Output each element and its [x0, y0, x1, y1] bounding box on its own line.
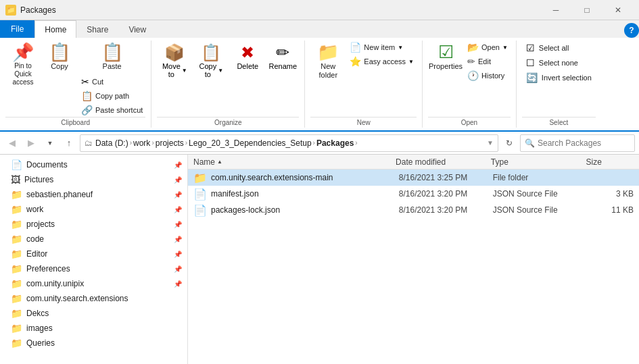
rename-button[interactable]: ✏ Rename [266, 41, 299, 72]
clipboard-small-stack: ✂ Cut 📋 Copy path 🔗 Paste shortcut [78, 75, 145, 117]
back-button[interactable]: ◀ [4, 135, 20, 151]
col-header-size[interactable]: Size [586, 157, 634, 167]
col-header-type[interactable]: Type [491, 157, 586, 167]
select-all-icon: ☑ [526, 43, 535, 53]
pin-to-quick-access-button[interactable]: 📌 Pin to Quick access [5, 41, 41, 88]
sidebar-resize-handle[interactable] [185, 155, 187, 364]
new-stack: 📄 New item ▼ ⭐ Easy access ▼ [347, 41, 417, 68]
breadcrumb-sep-2: › [185, 139, 187, 147]
folder-icon-sebastien: 📁 [11, 189, 22, 200]
breadcrumb-work[interactable]: work [133, 138, 150, 148]
new-item-button[interactable]: 📄 New item ▼ [347, 41, 417, 54]
select-buttons: ☑ Select all ☐ Select none 🔄 Invert sele… [522, 41, 596, 117]
open-button[interactable]: 📂 Open ▼ [465, 41, 511, 54]
sidebar-item-documents[interactable]: 📄 Documents 📌 [0, 157, 187, 172]
invert-icon: 🔄 [526, 72, 538, 83]
tab-file[interactable]: File [0, 20, 34, 38]
search-box[interactable]: 🔍 [520, 134, 635, 152]
move-to-button[interactable]: 📦 Moveto ▼ [157, 41, 192, 80]
table-row[interactable]: 📄 manifest.json 8/16/2021 3:20 PM JSON S… [188, 186, 639, 202]
sidebar-item-documents-label: Documents [26, 160, 170, 170]
maximize-button[interactable]: □ [571, 0, 602, 20]
col-header-name[interactable]: Name ▲ [193, 157, 396, 167]
open-buttons: ☑ Properties 📂 Open ▼ ✏ Edit 🕐 History [428, 41, 511, 117]
sidebar-item-code-label: code [26, 234, 170, 244]
copy-to-icon: 📋 [201, 43, 221, 62]
organize-group-label: Organize [157, 117, 299, 128]
refresh-button[interactable]: ↻ [501, 135, 517, 151]
history-icon: 🕐 [467, 70, 479, 81]
folder-icon-code: 📁 [11, 234, 22, 244]
properties-button[interactable]: ☑ Properties [428, 41, 463, 81]
table-row[interactable]: 📄 packages-lock.json 8/16/2021 3:20 PM J… [188, 202, 639, 218]
delete-icon: ✖ [241, 43, 254, 62]
ribbon-group-organize: 📦 Moveto ▼ 📋 Copyto ▼ ✖ Delete ✏ Rename … [151, 41, 305, 128]
new-folder-button[interactable]: 📁 Newfolder [310, 41, 346, 81]
minimize-button[interactable]: ─ [540, 0, 571, 20]
select-none-button[interactable]: ☐ Select none [522, 55, 596, 70]
copy-to-button[interactable]: 📋 Copyto ▼ [193, 41, 229, 80]
copy-path-icon: 📋 [81, 90, 93, 101]
sidebar-item-sebastien[interactable]: 📁 sebastien.phaneuf 📌 [0, 187, 187, 202]
pin-icon-4: 📌 [174, 221, 182, 228]
window-title: Packages [20, 5, 56, 15]
file-row-name-1: manifest.json [211, 189, 399, 199]
clipboard-buttons: 📌 Pin to Quick access 📋 Copy 📋 Paste ✂ C… [5, 41, 145, 117]
address-dropdown-arrow[interactable]: ▼ [487, 139, 494, 147]
breadcrumb-projects[interactable]: projects [156, 138, 184, 148]
pin-icon-5: 📌 [174, 236, 182, 243]
breadcrumb-packages[interactable]: Packages [316, 138, 354, 148]
history-button[interactable]: 🕐 History [465, 69, 511, 82]
copy-path-button[interactable]: 📋 Copy path [78, 89, 145, 103]
tab-view[interactable]: View [118, 20, 156, 38]
new-item-label: New item [364, 43, 395, 51]
sidebar-item-projects[interactable]: 📁 projects 📌 [0, 217, 187, 232]
edit-button[interactable]: ✏ Edit [465, 55, 511, 68]
search-input[interactable] [538, 138, 625, 148]
properties-icon: ☑ [438, 43, 454, 61]
tab-share[interactable]: Share [76, 20, 118, 38]
address-bar-left-icon: 🗂 [85, 138, 93, 148]
close-button[interactable]: ✕ [602, 0, 634, 20]
sidebar-item-images[interactable]: 📁 images [0, 321, 187, 336]
sidebar-item-com-unity-unipix[interactable]: 📁 com.unity.unipix 📌 [0, 276, 187, 291]
pin-icon-1: 📌 [174, 176, 182, 184]
sidebar-item-dekcs[interactable]: 📁 Dekcs [0, 306, 187, 321]
sidebar-item-preferences[interactable]: 📁 Preferences 📌 [0, 261, 187, 276]
paste-button[interactable]: 📋 Paste [95, 41, 130, 74]
table-row[interactable]: 📁 com.unity.search.extensions-main 8/16/… [188, 170, 639, 186]
folder-icon-work: 📁 [11, 204, 22, 215]
copy-large-button[interactable]: 📋 Copy [42, 41, 77, 81]
help-button[interactable]: ? [624, 23, 639, 38]
pin-icon-7: 📌 [174, 265, 182, 273]
sidebar-item-images-label: images [26, 323, 182, 333]
col-header-date[interactable]: Date modified [396, 157, 491, 167]
recent-locations-button[interactable]: ▼ [42, 135, 58, 151]
sidebar-item-pictures[interactable]: 🖼 Pictures 📌 [0, 172, 187, 187]
paste-shortcut-button[interactable]: 🔗 Paste shortcut [78, 103, 145, 117]
invert-selection-button[interactable]: 🔄 Invert selection [522, 70, 596, 85]
easy-access-arrow: ▼ [408, 59, 414, 65]
folder-icon-preferences: 📁 [11, 263, 22, 274]
up-button[interactable]: ↑ [61, 135, 77, 151]
address-bar[interactable]: 🗂 Data (D:) › work › projects › Lego_20_… [80, 134, 498, 152]
delete-button[interactable]: ✖ Delete [230, 41, 265, 72]
breadcrumb-data-d[interactable]: Data (D:) [95, 138, 128, 148]
sidebar-item-com-unity-search[interactable]: 📁 com.unity.search.extensions [0, 291, 187, 306]
ribbon: 📌 Pin to Quick access 📋 Copy 📋 Paste ✂ C… [0, 38, 639, 132]
col-size-label: Size [586, 157, 602, 167]
move-to-icon: 📦 [164, 43, 185, 62]
sidebar-item-queries[interactable]: 📁 Queries [0, 336, 187, 350]
sidebar-item-editor[interactable]: 📁 Editor 📌 [0, 246, 187, 261]
sidebar-item-work[interactable]: 📁 work 📌 [0, 202, 187, 217]
breadcrumb-sep-1: › [151, 139, 153, 147]
easy-access-button[interactable]: ⭐ Easy access ▼ [347, 55, 417, 68]
select-all-button[interactable]: ☑ Select all [522, 41, 596, 55]
forward-button[interactable]: ▶ [23, 135, 39, 151]
ribbon-group-new: 📁 Newfolder 📄 New item ▼ ⭐ Easy access ▼… [305, 41, 423, 128]
file-row-date-2: 8/16/2021 3:20 PM [399, 205, 493, 215]
cut-button[interactable]: ✂ Cut [78, 75, 145, 88]
breadcrumb-lego[interactable]: Lego_20_3_Dependencies_Setup [189, 138, 312, 148]
tab-home[interactable]: Home [34, 20, 76, 38]
sidebar-item-code[interactable]: 📁 code 📌 [0, 232, 187, 246]
